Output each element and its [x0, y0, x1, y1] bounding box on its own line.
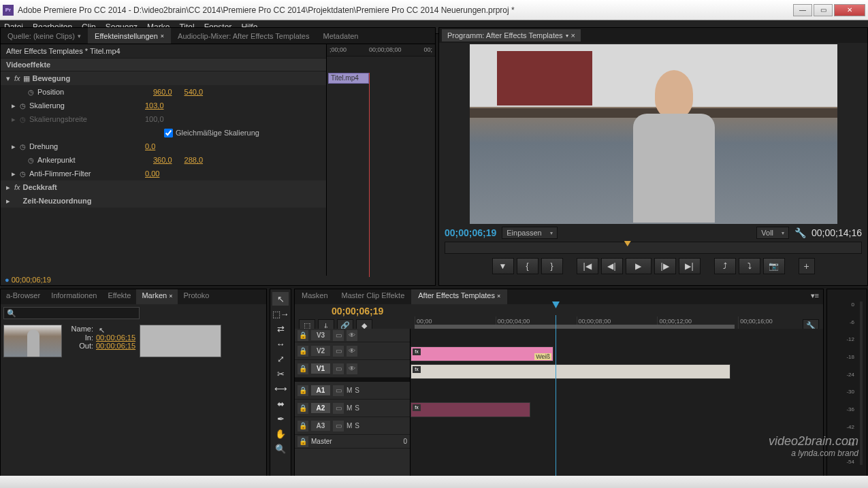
tab-metadata[interactable]: Metadaten [316, 28, 365, 44]
marker-color-swatch[interactable] [140, 325, 221, 357]
timeline-tab-sequence[interactable]: After Effects Templates × [411, 289, 507, 304]
program-video-preview[interactable] [470, 44, 837, 224]
lock-icon[interactable]: 🔒 [298, 330, 308, 341]
close-icon[interactable]: × [161, 33, 164, 39]
ripple-edit-tool[interactable]: ⇄ [272, 322, 289, 336]
toggle-track-output[interactable]: ▭ [333, 421, 344, 432]
track-a1[interactable]: A1 [311, 385, 330, 395]
program-tab[interactable]: Programm: After Effects Templates ▾ × [442, 29, 581, 42]
add-marker-button[interactable]: ▼ [492, 258, 514, 274]
twisty-icon[interactable]: ▸ [6, 197, 14, 206]
close-icon[interactable]: × [169, 293, 172, 299]
program-current-timecode[interactable]: 00;00;06;19 [445, 227, 496, 238]
zoom-tool[interactable]: 🔍 [272, 442, 289, 455]
sync-icon[interactable]: ● [5, 276, 10, 284]
tab-history[interactable]: Protoko [178, 289, 214, 304]
slip-tool[interactable]: ⟷ [272, 382, 289, 395]
scale-value[interactable]: 103,0 [145, 101, 164, 110]
tab-effect-controls[interactable]: Effekteinstellungen × [88, 28, 171, 44]
track-v3[interactable]: V3 [311, 330, 330, 340]
tab-markers[interactable]: Marken × [136, 289, 178, 304]
fit-dropdown[interactable]: Einpassen▾ [502, 227, 557, 239]
lock-icon[interactable]: 🔒 [298, 436, 308, 447]
toggle-track-output[interactable]: ▭ [333, 330, 344, 341]
mute-button[interactable]: M [347, 387, 352, 394]
marker-out-timecode[interactable]: 00;00;06;15 [96, 342, 135, 350]
lock-icon[interactable]: 🔒 [298, 385, 308, 396]
flicker-value[interactable]: 0,00 [145, 169, 159, 178]
lock-icon[interactable]: 🔒 [298, 403, 308, 414]
toggle-track-output[interactable]: ▭ [333, 363, 344, 374]
anchor-x-value[interactable]: 360,0 [153, 156, 172, 164]
eye-icon[interactable]: 👁 [347, 330, 357, 341]
export-frame-button[interactable]: 📷 [763, 258, 785, 274]
step-forward-button[interactable]: |▶ [654, 258, 676, 274]
stopwatch-icon[interactable]: ◷ [20, 170, 29, 178]
step-back-button[interactable]: ◀| [601, 258, 623, 274]
solo-button[interactable]: S [355, 387, 359, 394]
close-button[interactable]: ✕ [834, 4, 865, 16]
lock-icon[interactable]: 🔒 [298, 346, 308, 357]
tab-source[interactable]: Quelle: (keine Clips) ▾ [1, 28, 88, 44]
timeline-tab-master[interactable]: Master Clip Effekte [335, 289, 412, 304]
mini-clip[interactable]: Titel.mp4 [328, 73, 369, 84]
transform-icon[interactable]: ▦ [23, 74, 30, 83]
search-input[interactable]: 🔍 [3, 307, 140, 319]
position-x-value[interactable]: 960,0 [153, 88, 172, 96]
timeline-track-area[interactable]: fxWeiß fx fx [411, 329, 823, 477]
slide-tool[interactable]: ⬌ [272, 397, 289, 410]
effect-mini-timeline[interactable]: ;00;00 00;00;08;00 00; Titel.mp4 [326, 44, 435, 276]
eye-icon[interactable]: 👁 [347, 363, 357, 374]
chevron-down-icon[interactable]: ▾ [566, 33, 568, 39]
tab-media-browser[interactable]: a-Browser [1, 289, 46, 304]
clip-a2[interactable]: fx [411, 402, 530, 417]
twisty-icon[interactable]: ▸ [12, 101, 20, 110]
mini-playhead[interactable] [369, 73, 370, 277]
rolling-edit-tool[interactable]: ↔ [272, 337, 289, 351]
mark-out-button[interactable]: } [541, 258, 563, 274]
twisty-icon[interactable]: ▾ [6, 74, 14, 83]
tab-effects[interactable]: Effekte [102, 289, 136, 304]
stopwatch-icon[interactable]: ◷ [28, 157, 37, 164]
button-editor-plus[interactable]: + [799, 258, 815, 274]
toggle-track-output[interactable]: ▭ [333, 346, 344, 357]
clip-v1[interactable]: fx [411, 364, 730, 379]
twisty-icon[interactable]: ▸ [12, 142, 20, 151]
rate-stretch-tool[interactable]: ⤢ [272, 352, 289, 365]
track-a2[interactable]: A2 [311, 403, 330, 413]
hand-tool[interactable]: ✋ [272, 427, 289, 440]
panel-menu-icon[interactable]: ▾≡ [807, 289, 823, 304]
maximize-button[interactable]: ▭ [814, 4, 833, 16]
timeline-playhead[interactable] [556, 315, 556, 477]
pen-tool[interactable]: ✒ [272, 412, 289, 425]
minimize-button[interactable]: — [793, 4, 812, 16]
rotation-value[interactable]: 0,0 [145, 142, 155, 150]
tab-info[interactable]: Informationen [46, 289, 102, 304]
stopwatch-icon[interactable]: ◷ [20, 143, 29, 150]
toggle-track-output[interactable]: ▭ [333, 403, 344, 414]
stopwatch-icon[interactable]: ◷ [28, 88, 37, 96]
twisty-icon[interactable]: ▸ [12, 169, 20, 178]
anchor-y-value[interactable]: 288,0 [184, 156, 204, 164]
eye-icon[interactable]: 👁 [347, 346, 357, 357]
go-to-in-button[interactable]: |◀ [577, 258, 598, 274]
timeline-current-timecode[interactable]: 00;00;06;19 [332, 306, 383, 316]
playhead-icon[interactable] [624, 241, 631, 246]
close-icon[interactable]: × [497, 293, 500, 299]
clip-v2[interactable]: fxWeiß [411, 346, 553, 361]
marker-list-item[interactable]: Name:↖ In:00;00;06;15 Out:00;00;06;15 [1, 322, 266, 360]
program-scrub-bar[interactable] [445, 242, 862, 254]
track-master[interactable]: Master [311, 438, 332, 445]
close-icon[interactable]: × [571, 31, 575, 39]
tab-audio-mixer[interactable]: Audioclip-Mixer: After Effects Templates [171, 28, 316, 44]
razor-tool[interactable]: ✂ [272, 367, 289, 380]
uniform-scale-checkbox[interactable] [164, 129, 173, 137]
toggle-track-output[interactable]: ▭ [333, 385, 344, 396]
track-a3[interactable]: A3 [311, 421, 330, 431]
lift-button[interactable]: ⤴ [714, 258, 736, 274]
mark-in-button[interactable]: { [517, 258, 539, 274]
mute-button[interactable]: M [347, 422, 352, 429]
solo-button[interactable]: S [355, 422, 359, 429]
lock-icon[interactable]: 🔒 [298, 363, 308, 374]
twisty-icon[interactable]: ▸ [6, 183, 14, 192]
